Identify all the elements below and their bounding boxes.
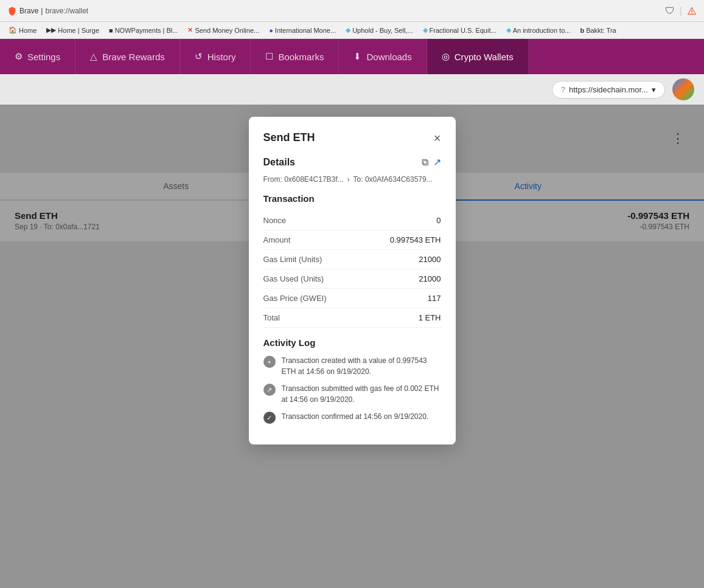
home-icon: 🏠 [9,26,17,34]
nav-history[interactable]: ↺ History [180,39,251,74]
titlebar: Brave | brave://wallet 🛡 | [0,0,704,22]
divider-pipe: | [680,5,682,16]
browser-logo: Brave | brave://wallet [7,6,88,16]
bookmark-home[interactable]: 🏠 Home [5,25,40,35]
bookmark-bakkt[interactable]: b Bakkt: Tra [576,26,619,35]
log-plus-icon: + [263,356,276,368]
svg-rect-1 [691,12,692,13]
bookmark-international[interactable]: ● International Mone... [265,26,340,35]
wallet-navbar: ⚙ Settings △ Brave Rewards ↺ History ☐ B… [0,39,704,74]
bookmarks-icon: ☐ [265,51,273,62]
log-item-confirmed: ✓ Transaction confirmed at 14:56 on 9/19… [263,411,441,424]
log-text-confirmed: Transaction confirmed at 14:56 on 9/19/2… [282,411,429,422]
main-content: Account 1 0x608E...0BB5 ⋮ Assets Activit… [0,105,704,588]
log-arrow-icon: ↗ [263,384,276,396]
transaction-details: Nonce 0 Amount 0.997543 ETH Gas Limit (U… [263,211,441,328]
bakkt-icon: b [580,27,584,34]
question-icon: ? [561,85,565,94]
sendmoney-icon: ✕ [187,26,193,34]
svg-rect-0 [691,10,692,12]
bookmarks-bar: 🏠 Home ▶▶ Home | Surge ■ NOWPayments | B… [0,22,704,39]
external-link-icon: ↗ [433,157,441,167]
copy-icon-button[interactable]: ⧉ [422,156,428,168]
to-address: To: 0x0AfA634C63579... [354,175,433,184]
modal-overlay: Send ETH × Details ⧉ ↗ From: 0x608E4C17B… [0,105,704,588]
modal-title: Send ETH [263,131,315,144]
copy-icon: ⧉ [422,157,428,167]
avatar[interactable] [672,78,694,100]
nowpayments-icon: ■ [109,27,113,34]
bookmark-nowpayments[interactable]: ■ NOWPayments | Bl... [105,26,181,35]
browser-name: Brave [19,7,38,15]
tx-detail-amount: Amount 0.997543 ETH [263,230,441,250]
activity-log-title: Activity Log [263,337,441,348]
log-item-submitted: ↗ Transaction submitted with gas fee of … [263,383,441,405]
chevron-down-icon: ▾ [652,85,656,94]
bookmark-fractional[interactable]: ◆ Fractional U.S. Equit... [419,25,500,35]
external-link-button[interactable]: ↗ [433,156,441,168]
bookmark-uphold[interactable]: ◆ Uphold - Buy, Sell,... [342,25,416,35]
brave-logo-icon [7,6,17,16]
shield-icon[interactable]: 🛡 [665,5,675,16]
modal-header: Send ETH × [263,131,441,144]
details-header: Details ⧉ ↗ [263,156,441,168]
details-label: Details [263,157,295,168]
crypto-wallets-icon: ◎ [442,51,450,62]
address-bar: brave://wallet [45,7,88,15]
history-icon: ↺ [195,51,203,62]
modal-close-button[interactable]: × [434,132,441,144]
international-icon: ● [269,27,273,34]
transaction-section-title: Transaction [263,193,441,204]
from-to-row: From: 0x608E4C17B3f... › To: 0x0AfA634C6… [263,175,441,184]
bookmark-sendmoney[interactable]: ✕ Send Money Online... [184,25,263,35]
nav-brave-rewards[interactable]: △ Brave Rewards [75,39,180,74]
log-item-created: + Transaction created with a value of 0.… [263,355,441,377]
tx-detail-gas-limit: Gas Limit (Units) 21000 [263,250,441,269]
nav-downloads[interactable]: ⬇ Downloads [339,39,427,74]
divider: | [41,7,43,15]
uphold-icon: ◆ [346,26,350,34]
nav-crypto-wallets[interactable]: ◎ Crypto Wallets [427,39,529,74]
triangle-alert-icon [687,6,697,16]
arrow-icon: › [347,175,350,184]
bookmark-surge[interactable]: ▶▶ Home | Surge [43,25,103,35]
nav-settings[interactable]: ⚙ Settings [0,39,75,74]
tx-detail-gas-used: Gas Used (Units) 21000 [263,269,441,289]
log-text-created: Transaction created with a value of 0.99… [282,355,441,377]
network-label: https://sidechain.mor... [569,85,648,94]
downloads-icon: ⬇ [354,51,361,62]
tx-detail-total: Total 1 ETH [263,308,441,328]
surge-icon: ▶▶ [46,26,56,34]
network-selector[interactable]: ? https://sidechain.mor... ▾ [552,81,665,99]
activity-log: + Transaction created with a value of 0.… [263,355,441,424]
brave-rewards-icon: △ [90,51,97,62]
intro-icon: ◆ [506,26,511,34]
tx-detail-nonce: Nonce 0 [263,211,441,230]
tx-detail-gas-price: Gas Price (GWEI) 117 [263,289,441,308]
bookmark-introduction[interactable]: ◆ An introduction to... [503,25,574,35]
fractional-icon: ◆ [423,26,428,34]
send-eth-modal: Send ETH × Details ⧉ ↗ From: 0x608E4C17B… [249,117,456,444]
sub-toolbar: ? https://sidechain.mor... ▾ [0,74,704,105]
nav-bookmarks[interactable]: ☐ Bookmarks [251,39,339,74]
log-check-icon: ✓ [263,412,276,424]
details-icons: ⧉ ↗ [422,156,441,168]
from-address: From: 0x608E4C17B3f... [263,175,344,184]
settings-icon: ⚙ [15,51,23,62]
log-text-submitted: Transaction submitted with gas fee of 0.… [282,383,441,405]
